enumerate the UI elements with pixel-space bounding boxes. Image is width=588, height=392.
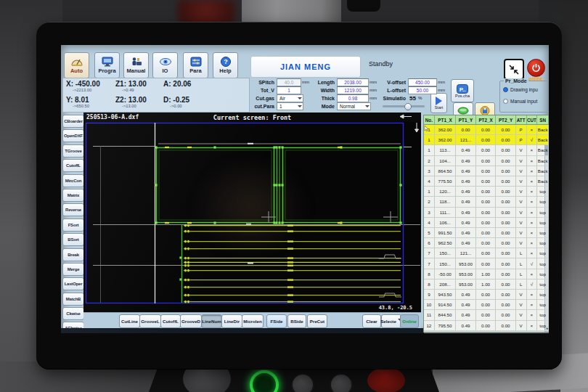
sidebar-item-matrix[interactable]: Matrix [62,189,84,202]
table-row[interactable]: 7150...953.000.000.00L√top [424,258,549,269]
table-row[interactable]: 2118...0.490.000.00V×top [424,197,549,207]
power-button[interactable] [527,59,545,77]
table-row[interactable]: 3111...0.490.000.00V×top [424,208,549,218]
cut-param-field[interactable]: 1 [277,86,301,94]
table-row[interactable]: 2104...0.490.000.00V×Back [424,156,549,166]
node-marker [278,221,280,224]
entity-table[interactable]: No.PT1_XPT1_YPT2_XPT2_YATTCUTSN1362.000.… [423,115,549,332]
help-icon: ? [219,57,232,67]
online-toggle[interactable]: Online [400,314,419,328]
sheet-param-field[interactable]: 0.98 [337,94,369,102]
radio-manual-input[interactable]: Manual input [503,99,537,104]
bottom-button-precut[interactable]: PreCut [307,314,327,328]
bottom-button-grooved[interactable]: GrooveD [180,314,202,328]
bottom-button-microlen[interactable]: Microlen [242,314,264,328]
pos-change-button[interactable]: P.. Pos.cha [451,79,474,102]
start-button[interactable]: Start [430,93,447,113]
sidebar-item-cutoffl[interactable]: CutoffL [62,159,84,172]
axis-label: Y: [66,96,75,104]
tab-io[interactable]: IO [152,52,178,78]
select-mode-dropdown[interactable]: Selecte [381,314,401,328]
table-row[interactable]: 9943.500.490.000.00V×top [424,290,549,300]
tab-para-label: Para [189,68,201,74]
table-cell: 0.49 [456,208,476,218]
sidebar-item-mirccon[interactable]: MircCon [62,174,84,187]
console-red-button[interactable] [367,367,405,392]
table-row[interactable]: 6962.500.490.000.00V×top [424,238,549,248]
table-row[interactable]: 7150...121...0.000.00L×top [424,248,549,258]
table-row[interactable]: 8-50.00953.001.000.00L×top [424,269,549,279]
simulation-slider[interactable] [383,105,425,107]
bottom-button-linenum[interactable]: LineNum [201,314,222,328]
table-row[interactable]: 5991.500.490.000.00V×top [424,228,549,238]
sidebar-item-lastoper[interactable]: LastOper [62,277,84,290]
table-cell: 111... [435,208,456,218]
strip-tick [184,269,186,271]
sidebar-item-bsort[interactable]: BSort [62,233,84,246]
table-row[interactable]: 12795.500.490.000.00V×top [424,321,549,331]
bottom-button-groovel[interactable]: GrooveL [139,314,161,328]
table-row[interactable]: 1362.000.000.000.00P×Back [424,125,549,135]
table-cell: 953.00 [456,269,476,279]
tab-auto[interactable]: Auto [64,52,89,78]
tab-program[interactable]: Progra [94,52,120,78]
table-row[interactable]: 1113...0.490.000.00V×Back [424,145,549,155]
cut-param-select[interactable]: 1 [277,102,303,110]
clear-button[interactable]: Clear [362,314,381,328]
table-cell: × [527,166,538,176]
sidebar-item-reverse[interactable]: Reverse [62,203,84,216]
drawing-canvas[interactable]: 250513-06-A.dxf Current screen: Front 43… [83,113,421,312]
bottom-button-fside[interactable]: FSide [266,314,287,328]
node-marker [273,184,275,186]
bottom-button-cutline[interactable]: CutLine [119,314,140,328]
cut-param-field[interactable]: 40.0 [277,78,301,86]
sidebar-item-opendxf[interactable]: OpenDXF [62,129,84,142]
node-marker [275,184,277,186]
param-row-sheet-param: Thick0.98mm [314,94,383,102]
console-gray-button-1[interactable] [291,373,314,392]
tab-para[interactable]: Para [183,52,208,78]
axis-target: ->13.00 [122,104,166,108]
background-wall-right [560,0,588,392]
console-gray-button-2[interactable] [330,373,353,392]
table-cell: × [527,218,538,228]
sidebar-item-fsort[interactable]: FSort [62,219,84,232]
bottom-button-bside[interactable]: BSide [287,314,306,328]
offset-param-field[interactable]: 450.00 [408,78,437,86]
table-row[interactable]: 1120...0.490.000.00V×top [424,187,549,197]
sheet-param-select[interactable]: Normal [337,102,371,110]
strip-tick [184,248,186,250]
table-row[interactable]: 4775.500.490.000.00V×Back [424,176,549,187]
table-cell: 0.00 [476,187,497,197]
sidebar-item-break[interactable]: Break [62,248,84,261]
table-row[interactable]: 1362.00121...0.000.00P√Back [424,135,549,145]
table-cell: 0.00 [496,187,516,197]
table-row[interactable]: 4106...0.490.000.00V×top [424,218,549,228]
tab-manual[interactable]: Manual [123,52,149,78]
table-row[interactable]: 10914.500.490.000.00V×top [424,300,549,310]
sidebar-item-ckwise[interactable]: Ckwise [62,307,84,320]
axis-readout: D: -0.25->0.00 [163,96,214,108]
bottom-button-cutoffl[interactable]: CutoffL [160,314,181,328]
cut-param-label: Cut.gas [251,96,274,101]
slider-thumb[interactable] [404,103,412,110]
cut-param-select[interactable]: Air [277,94,303,102]
table-header-cell: CUT [527,115,538,125]
table-header-cell: ATT [516,115,527,125]
sidebar-item-tgroove[interactable]: TGroove [62,144,84,158]
sidebar-item-matchb[interactable]: MatchB [62,293,84,306]
tab-help[interactable]: ? Help [213,52,238,78]
sheet-border [86,123,404,303]
table-row[interactable]: 3864.500.490.000.00V×Back [424,166,549,176]
param-row-cut-param: Cut.gasAir [251,94,320,102]
table-row[interactable]: 11844.500.490.000.00V×top [424,310,549,320]
offset-param-field[interactable]: 50.00 [408,86,437,94]
sheet-param-field[interactable]: 1219.00 [337,86,369,94]
table-cell: P [516,135,527,145]
sheet-param-field[interactable]: 2038.00 [337,78,369,86]
sidebar-item-merge[interactable]: Merge [62,263,84,276]
bottom-button-linedir[interactable]: LineDir [221,314,242,328]
table-row[interactable]: 8208...953.001.000.00L√top [424,279,549,290]
radio-drawing-input[interactable]: Drawing inpu [503,87,538,92]
sidebar-item-cboarder[interactable]: CBoarder [62,115,84,128]
